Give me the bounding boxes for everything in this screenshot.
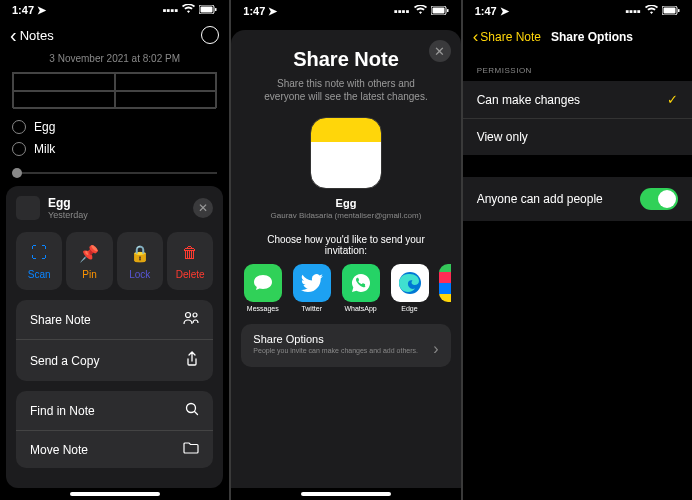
toggle-switch[interactable] — [640, 188, 678, 210]
screen-share-note: 1:47 ➤ ▪▪▪▪ ✕ Share Note Share this note… — [231, 0, 460, 500]
close-button[interactable]: ✕ — [193, 198, 213, 218]
status-time: 1:47 — [243, 5, 265, 17]
note-name: Egg — [241, 197, 450, 209]
messages-icon — [244, 264, 282, 302]
share-options-button[interactable]: Share Options People you invite can make… — [241, 324, 450, 367]
lock-button[interactable]: 🔒 Lock — [117, 232, 163, 290]
lock-icon: 🔒 — [129, 242, 151, 264]
permission-group: Can make changes ✓ View only — [463, 81, 692, 155]
chevron-left-icon — [10, 25, 17, 45]
slider[interactable] — [0, 164, 229, 182]
home-indicator[interactable] — [301, 492, 391, 496]
nav-bar: ‹ Share Note Share Options — [463, 22, 692, 52]
home-indicator[interactable] — [70, 492, 160, 496]
screen-share-options: 1:47 ➤ ▪▪▪▪ ‹ Share Note Share Options P… — [463, 0, 692, 500]
svg-rect-7 — [432, 8, 444, 14]
signal-icon: ▪▪▪▪ — [394, 5, 410, 17]
checklist: Egg Milk — [0, 112, 229, 164]
svg-rect-2 — [215, 8, 217, 11]
anyone-add-item[interactable]: Anyone can add people — [463, 177, 692, 221]
checkbox-icon[interactable] — [12, 142, 26, 156]
move-note-item[interactable]: Move Note — [16, 431, 213, 468]
note-table[interactable] — [12, 72, 217, 108]
checklist-item[interactable]: Milk — [12, 138, 217, 160]
more-button[interactable]: ⋯ — [201, 26, 219, 44]
share-desc: Share this note with others and everyone… — [257, 77, 434, 103]
svg-rect-1 — [201, 7, 213, 13]
checklist-item[interactable]: Egg — [12, 116, 217, 138]
notes-app-icon — [310, 117, 382, 189]
back-button[interactable]: Notes — [10, 25, 54, 45]
status-time: 1:47 — [12, 4, 34, 16]
collaborate-icon — [183, 311, 199, 328]
share-title: Share Note — [241, 48, 450, 71]
checkbox-icon[interactable] — [12, 120, 26, 134]
view-only-item[interactable]: View only — [463, 119, 692, 155]
share-apps: Messages Twitter WhatsApp Edge — [241, 264, 450, 312]
checkmark-icon: ✓ — [667, 92, 678, 107]
status-bar: 1:47 ➤ ▪▪▪▪ — [463, 0, 692, 22]
folder-icon — [183, 442, 199, 457]
edge-app[interactable]: Edge — [388, 264, 431, 312]
note-date: 3 November 2021 at 8:02 PM — [0, 49, 229, 68]
location-arrow-icon: ➤ — [500, 5, 509, 18]
slider-thumb[interactable] — [12, 168, 22, 178]
back-label: Notes — [20, 28, 54, 43]
svg-point-3 — [186, 313, 191, 318]
location-arrow-icon: ➤ — [37, 4, 46, 17]
chevron-right-icon: › — [433, 340, 438, 358]
search-icon — [185, 402, 199, 419]
status-bar: 1:47 ➤ ▪▪▪▪ — [231, 0, 460, 22]
back-button[interactable]: ‹ Share Note — [473, 27, 541, 47]
more-apps-partial[interactable] — [439, 264, 451, 302]
permission-label: PERMISSION — [463, 52, 692, 81]
trash-icon: 🗑 — [179, 242, 201, 264]
action-sheet: Egg Yesterday ✕ ⛶ Scan 📌 Pin 🔒 Lock 🗑 De… — [6, 186, 223, 488]
signal-icon: ▪▪▪▪ — [625, 5, 641, 17]
delete-button[interactable]: 🗑 Delete — [167, 232, 213, 290]
find-in-note-item[interactable]: Find in Note — [16, 391, 213, 431]
can-make-changes-item[interactable]: Can make changes ✓ — [463, 81, 692, 119]
invite-text: Choose how you'd like to send your invit… — [257, 234, 434, 256]
nav-title: Share Options — [551, 30, 633, 44]
chevron-left-icon: ‹ — [473, 27, 479, 47]
share-icon — [185, 351, 199, 370]
send-copy-item[interactable]: Send a Copy — [16, 340, 213, 381]
battery-icon — [199, 4, 217, 16]
wifi-icon — [182, 4, 195, 16]
status-bar: 1:47 ➤ ▪▪▪▪ — [0, 0, 229, 21]
pin-icon: 📌 — [78, 242, 100, 264]
sheet-subtitle: Yesterday — [48, 210, 88, 220]
battery-icon — [431, 5, 449, 17]
location-arrow-icon: ➤ — [268, 5, 277, 18]
twitter-app[interactable]: Twitter — [290, 264, 333, 312]
svg-rect-8 — [447, 9, 449, 12]
whatsapp-icon — [342, 264, 380, 302]
note-thumbnail — [16, 196, 40, 220]
close-button[interactable]: ✕ — [429, 40, 451, 62]
screen-notes-actions: 1:47 ➤ ▪▪▪▪ Notes ⋯ 3 November 2021 at 8… — [0, 0, 229, 500]
twitter-icon — [293, 264, 331, 302]
pin-button[interactable]: 📌 Pin — [66, 232, 112, 290]
svg-point-4 — [193, 313, 197, 317]
battery-icon — [662, 5, 680, 17]
share-note-item[interactable]: Share Note — [16, 300, 213, 340]
scan-icon: ⛶ — [28, 242, 50, 264]
edge-icon — [391, 264, 429, 302]
wifi-icon — [414, 5, 427, 17]
scan-button[interactable]: ⛶ Scan — [16, 232, 62, 290]
status-time: 1:47 — [475, 5, 497, 17]
whatsapp-app[interactable]: WhatsApp — [339, 264, 382, 312]
signal-icon: ▪▪▪▪ — [163, 4, 179, 16]
anyone-group: Anyone can add people — [463, 177, 692, 221]
svg-rect-12 — [678, 9, 680, 12]
nav-bar: Notes ⋯ — [0, 21, 229, 49]
svg-rect-11 — [663, 8, 675, 14]
note-user: Gaurav Bidasaria (mentaliser@gmail.com) — [241, 211, 450, 220]
sheet-title: Egg — [48, 196, 88, 210]
wifi-icon — [645, 5, 658, 17]
share-overlay: ✕ Share Note Share this note with others… — [231, 30, 460, 488]
messages-app[interactable]: Messages — [241, 264, 284, 312]
